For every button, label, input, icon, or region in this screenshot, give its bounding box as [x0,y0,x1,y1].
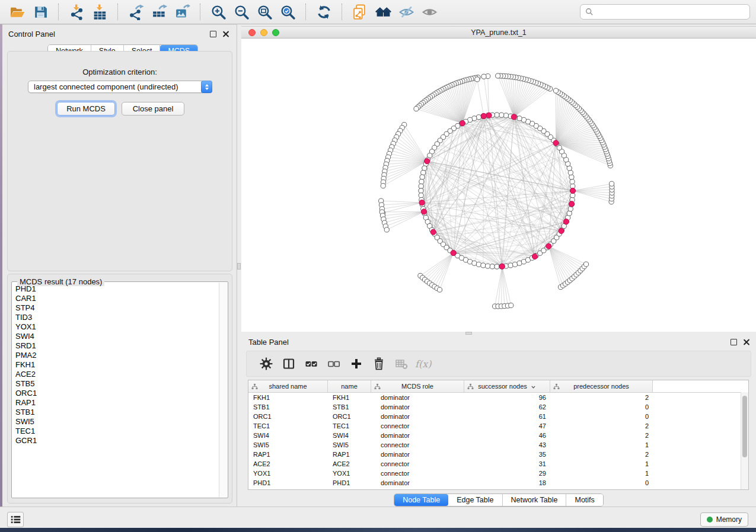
graph-node[interactable] [495,113,499,117]
graph-node[interactable] [486,264,490,268]
deselect-all-button[interactable] [323,352,345,375]
graph-edge[interactable] [514,84,538,117]
tab-network-table[interactable]: Network Table [503,494,567,506]
table-cell[interactable]: PHD1 [248,479,328,486]
mcds-result-item[interactable]: STP4 [12,303,219,313]
graph-node[interactable] [381,184,385,188]
graph-edge[interactable] [425,253,454,280]
refresh-view-button[interactable] [313,2,335,22]
graph-node[interactable] [476,262,481,267]
graph-node[interactable] [496,73,500,78]
table-cell[interactable]: 31 [464,460,550,467]
graph-node[interactable] [414,107,419,111]
show-columns-button[interactable] [277,352,300,375]
graph-node-dominator[interactable] [532,254,537,259]
graph-edge[interactable] [548,246,580,271]
mcds-result-item[interactable]: RAP1 [12,398,219,408]
graph-edge[interactable] [384,211,424,219]
float-panel-icon[interactable] [731,339,737,345]
graph-node[interactable] [517,116,522,121]
graph-edge[interactable] [498,76,514,117]
table-cell[interactable]: 0 [550,479,653,486]
graph-edge[interactable] [383,211,425,216]
table-cell[interactable]: 0 [550,413,653,420]
column-header-predecessor-nodes[interactable]: predecessor nodes [550,380,653,392]
tab-edge-table[interactable]: Edge Table [448,494,502,506]
table-cell[interactable]: 46 [464,432,550,439]
table-cell[interactable]: SWI4 [248,432,328,439]
table-cell[interactable]: dominator [371,403,464,411]
table-cell[interactable]: 1 [550,460,653,467]
network-graph[interactable] [241,39,756,332]
graph-node-dominator[interactable] [486,113,492,118]
graph-node[interactable] [567,211,572,216]
table-cell[interactable]: SWI5 [328,441,371,448]
graph-edge[interactable] [573,191,612,196]
graph-edge[interactable] [502,267,508,306]
table-row[interactable]: TEC1TEC1connector472 [248,421,748,431]
table-row[interactable]: FKH1FKH1dominator962 [248,393,748,402]
graph-node[interactable] [499,113,504,117]
table-cell[interactable]: dominator [371,413,464,420]
table-cell[interactable]: connector [371,441,464,448]
export-network-button[interactable] [125,2,147,22]
search-input[interactable] [597,7,745,17]
mcds-result-item[interactable]: STB1 [12,408,219,417]
graph-node[interactable] [419,184,423,188]
table-scrollbar[interactable] [741,392,748,489]
import-table-button[interactable] [89,2,111,22]
table-cell[interactable]: 2 [550,422,653,430]
mcds-list-scrollbar[interactable] [219,283,227,497]
table-row[interactable]: YOX1YOX1connector291 [248,469,748,478]
table-cell[interactable]: RAP1 [328,451,371,458]
graph-edge[interactable] [385,211,424,226]
graph-edge[interactable] [433,116,484,232]
table-cell[interactable]: RAP1 [248,451,328,458]
welcome-screen-button[interactable] [372,2,394,22]
open-file-button[interactable] [7,2,28,22]
graph-node[interactable] [509,303,513,307]
close-panel-icon[interactable] [222,30,229,38]
mcds-result-item[interactable]: TID3 [12,313,219,322]
graph-edge[interactable] [382,211,424,212]
graph-node-dominator[interactable] [419,200,425,205]
table-cell[interactable]: 2 [550,451,653,458]
graph-edge[interactable] [500,76,514,117]
table-row[interactable]: RAP1RAP1dominator352 [248,450,748,459]
table-mode-button[interactable] [255,352,277,375]
zoom-out-button[interactable] [231,2,253,22]
table-row[interactable]: STB1STB1dominator620 [248,402,748,412]
graph-node[interactable] [384,227,389,232]
export-image-button[interactable] [171,2,193,22]
mcds-result-item[interactable]: TEC1 [12,427,219,436]
graph-node-dominator[interactable] [430,229,436,235]
table-row[interactable]: PHD1PHD1dominator180 [248,478,748,488]
table-cell[interactable]: STB1 [248,403,328,411]
column-header-successor-nodes[interactable]: successor nodes [464,380,550,392]
mcds-result-item[interactable]: PHD1 [12,284,219,294]
network-window-titlebar[interactable]: YPA_prune.txt_1 [241,26,756,39]
delete-columns-button[interactable] [368,352,390,375]
show-graphics-details-button[interactable] [419,2,441,22]
graph-edge[interactable] [435,253,454,287]
table-cell[interactable]: connector [371,422,464,430]
tab-motifs[interactable]: Motifs [566,494,602,506]
graph-edge[interactable] [427,161,515,264]
mcds-result-item[interactable]: ACE2 [12,370,219,379]
graph-node[interactable] [583,262,588,267]
table-cell[interactable]: YOX1 [248,470,328,477]
table-cell[interactable]: 0 [550,403,653,411]
table-cell[interactable]: 1 [550,470,653,477]
network-canvas[interactable] [241,39,756,332]
graph-node[interactable] [481,74,486,79]
task-history-button[interactable] [7,512,24,527]
graph-node-dominator[interactable] [421,209,426,214]
mcds-result-item[interactable]: ORC1 [12,389,219,398]
table-cell[interactable]: connector [371,470,464,477]
table-cell[interactable]: ORC1 [248,413,328,420]
graph-edge[interactable] [432,253,454,285]
table-cell[interactable]: 29 [464,470,550,477]
graph-node[interactable] [420,175,425,180]
graph-node[interactable] [476,115,481,120]
zoom-selected-button[interactable] [277,2,299,22]
